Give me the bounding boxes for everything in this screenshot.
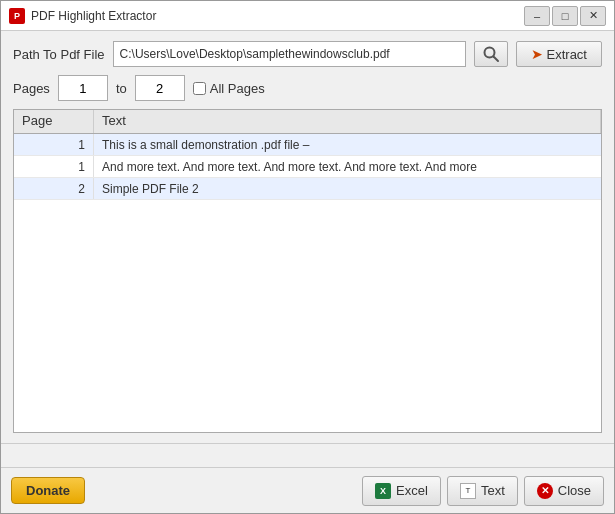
excel-icon: X (375, 483, 391, 499)
window-title: PDF Highlight Extractor (31, 9, 524, 23)
content-area: Path To Pdf File ➤ Excel PDF Highlight E… (1, 31, 614, 443)
excel-button[interactable]: X Excel (362, 476, 441, 506)
cell-text: This is a small demonstration .pdf file … (94, 134, 601, 155)
maximize-button[interactable]: □ (552, 6, 578, 26)
footer-buttons: X Excel T Text ✕ Close (362, 476, 604, 506)
svg-line-1 (493, 57, 498, 62)
app-icon: P (9, 8, 25, 24)
main-window: P PDF Highlight Extractor – □ ✕ Path To … (0, 0, 615, 514)
close-label: Close (558, 483, 591, 498)
to-label: to (116, 81, 127, 96)
excel-label: Excel (396, 483, 428, 498)
text-icon: T (460, 483, 476, 499)
cell-page: 1 (14, 156, 94, 177)
page-to-input[interactable] (135, 75, 185, 101)
path-input[interactable] (113, 41, 466, 67)
column-header-page: Page (14, 110, 94, 133)
table-header: Page Text (14, 110, 601, 134)
table-row: 1 And more text. And more text. And more… (14, 156, 601, 178)
page-from-input[interactable] (58, 75, 108, 101)
pages-label: Pages (13, 81, 50, 96)
table-row: 2 Simple PDF File 2 (14, 178, 601, 200)
column-header-text: Text (94, 110, 601, 133)
close-button[interactable]: ✕ (580, 6, 606, 26)
minimize-button[interactable]: – (524, 6, 550, 26)
cell-page: 2 (14, 178, 94, 199)
search-icon (482, 45, 500, 63)
all-pages-label: All Pages (210, 81, 265, 96)
close-footer-button[interactable]: ✕ Close (524, 476, 604, 506)
all-pages-checkbox-label[interactable]: All Pages (193, 81, 265, 96)
path-label: Path To Pdf File (13, 47, 105, 62)
cell-text: And more text. And more text. And more t… (94, 156, 601, 177)
browse-button[interactable] (474, 41, 508, 67)
table-row: 1 This is a small demonstration .pdf fil… (14, 134, 601, 156)
pages-row: Pages to All Pages (13, 75, 602, 101)
footer: Donate X Excel T Text ✕ Close (1, 467, 614, 513)
text-label: Text (481, 483, 505, 498)
cell-page: 1 (14, 134, 94, 155)
cell-text: Simple PDF File 2 (94, 178, 601, 199)
status-bar (1, 443, 614, 467)
title-bar: P PDF Highlight Extractor – □ ✕ (1, 1, 614, 31)
path-row: Path To Pdf File ➤ Excel PDF Highlight E… (13, 41, 602, 67)
donate-button[interactable]: Donate (11, 477, 85, 504)
all-pages-checkbox[interactable] (193, 82, 206, 95)
text-button[interactable]: T Text (447, 476, 518, 506)
window-controls: – □ ✕ (524, 6, 606, 26)
extract-button[interactable]: ➤ Excel PDF Highlight Extractor Extract (516, 41, 602, 67)
close-red-icon: ✕ (537, 483, 553, 499)
results-table: Page Text 1 This is a small demonstratio… (13, 109, 602, 433)
extract-icon: ➤ (531, 46, 543, 62)
table-body: 1 This is a small demonstration .pdf fil… (14, 134, 601, 432)
